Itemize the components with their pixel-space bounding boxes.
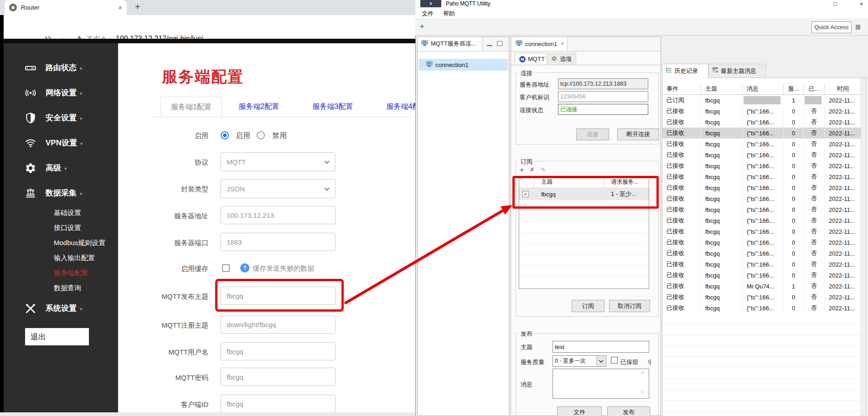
history-col-1[interactable]: 主题: [701, 83, 743, 94]
server-tab-4[interactable]: 服务端4配置: [370, 97, 415, 117]
publish-topic-input[interactable]: [220, 287, 336, 305]
menu-file[interactable]: 文件: [422, 10, 434, 18]
server-tab-3[interactable]: 服务端3配置: [296, 97, 370, 117]
maximize-icon[interactable]: □: [833, 0, 837, 7]
mqtt-password-input[interactable]: [220, 368, 336, 386]
new-tab-button[interactable]: +: [135, 2, 140, 12]
sidebar-item-vpn-settings[interactable]: VPN设置▾: [4, 130, 118, 155]
tab-mqtt[interactable]: M MQTT: [515, 53, 549, 65]
history-scrollbar[interactable]: [861, 78, 867, 416]
history-row-15[interactable]: 已接收fbcgq{"ts":166...0否2022-11...: [662, 248, 861, 259]
history-col-0[interactable]: 事件: [662, 83, 701, 94]
sidebar-item-interface-settings[interactable]: 接口设置: [4, 221, 118, 236]
tab-history[interactable]: 历史记录: [662, 64, 708, 78]
sidebar-item-advanced[interactable]: 高级▾: [4, 155, 118, 180]
history-row-18[interactable]: 已接收fbcgqMr.Qu74...1否2022-11...: [662, 281, 861, 292]
add-subscription-icon[interactable]: +: [520, 166, 524, 174]
retained-checkbox[interactable]: [611, 357, 618, 364]
perspective-icon[interactable]: ▦: [855, 23, 861, 30]
protocol-select[interactable]: MQTT: [220, 152, 336, 171]
connection-list-item[interactable]: connection1: [418, 59, 508, 71]
server-port-input[interactable]: [220, 233, 336, 251]
add-connection-icon[interactable]: +: [420, 22, 424, 31]
qos-select[interactable]: 0 - 至多一次: [553, 355, 606, 367]
subscription-table-header[interactable]: 主题 请求服务...: [519, 176, 649, 188]
publish-button[interactable]: 发布: [607, 406, 650, 416]
unsubscribe-button[interactable]: 取消订阅: [609, 300, 650, 312]
history-row-6[interactable]: 已接收fbcgq{"ts":166...0否2022-11...: [662, 149, 861, 160]
close-window-icon[interactable]: ×: [860, 0, 863, 7]
enable-off-radio[interactable]: [257, 131, 265, 139]
sidebar-item-modbus-rule-settings[interactable]: Modbus规则设置: [4, 236, 118, 251]
minimize-view-icon[interactable]: [487, 44, 492, 46]
history-row-13[interactable]: 已接收fbcgq{"ts":166...0否2022-11...: [662, 226, 861, 237]
browser-tab[interactable]: Router ×: [5, 0, 127, 15]
sidebar-item-network-settings[interactable]: 网络设置▾: [4, 80, 118, 105]
message-textarea[interactable]: [553, 369, 649, 399]
maximize-view-icon[interactable]: [497, 41, 502, 46]
sidebar-item-router-status[interactable]: 路由状态▾: [4, 55, 118, 80]
register-topic-input[interactable]: [220, 315, 336, 334]
server-tab-2[interactable]: 服务端2配置: [222, 97, 296, 117]
col-topic[interactable]: 主题: [535, 176, 604, 188]
broker-address-input[interactable]: tcp://100.173.12.213:1883: [558, 78, 648, 89]
sidebar-item-data-collection[interactable]: 数据采集▾: [4, 180, 118, 205]
delete-subscription-icon[interactable]: ✗: [530, 166, 535, 173]
history-row-17[interactable]: 已接收fbcgq{"ts":166...0否2022-11...: [662, 270, 861, 281]
close-tab-icon[interactable]: ×: [118, 4, 122, 11]
history-row-8[interactable]: 已接收fbcgq{"ts":166...0否2022-11...: [662, 171, 861, 182]
sidebar-item-security-settings[interactable]: 安全设置▾: [4, 105, 118, 130]
sidebar-item-data-query[interactable]: 数据查询: [4, 281, 118, 296]
quick-access-box[interactable]: Quick Access: [811, 21, 852, 33]
connections-view-tab[interactable]: MQTT服务器连...: [418, 37, 482, 51]
scroll-down-icon[interactable]: ˅: [641, 389, 644, 395]
sidebar-item-basic-settings[interactable]: 基础设置: [4, 205, 118, 221]
server-address-input[interactable]: [220, 206, 336, 224]
menu-help[interactable]: 帮助: [443, 10, 455, 18]
subscription-checkbox[interactable]: ✓: [522, 191, 529, 197]
mqtt-username-input[interactable]: [220, 342, 336, 360]
history-row-1[interactable]: 已订阅fbcgq12022-11...: [662, 95, 861, 106]
client-id-input[interactable]: [220, 395, 336, 413]
connect-button[interactable]: 连接: [576, 128, 609, 140]
help-icon[interactable]: ?: [240, 263, 249, 272]
history-row-5[interactable]: 已接收fbcgq{"ts":166...0否2022-11...: [662, 139, 861, 149]
history-row-12[interactable]: 已接收fbcgq{"ts":166...0否2022-11...: [662, 215, 861, 226]
scroll-up-icon[interactable]: ˄: [641, 370, 644, 375]
editor-tab-connection1[interactable]: connection1 ×: [512, 37, 568, 51]
file-button[interactable]: 文件: [557, 406, 602, 416]
history-row-14[interactable]: 已接收fbcgq{"ts":166...0否2022-11...: [662, 237, 861, 248]
subscribe-button[interactable]: 订阅: [572, 300, 604, 312]
history-row-16[interactable]: 已接收fbcgq{"ts":166...0否2022-11...: [662, 259, 861, 270]
close-editor-icon[interactable]: ×: [561, 41, 564, 47]
subscription-row[interactable]: ✓ fbcgq 1 - 至少...: [519, 188, 649, 200]
sidebar-item-logout[interactable]: 退出: [25, 328, 89, 345]
history-row-3[interactable]: 已接收fbcgq{"ts":166...0否2022-11...: [662, 117, 861, 128]
history-row-7[interactable]: 已接收fbcgq{"ts":166...0否2022-11...: [662, 160, 861, 171]
col-requested-qos[interactable]: 请求服务...: [604, 176, 649, 188]
history-col-5[interactable]: 时间: [825, 83, 861, 94]
publish-topic-input[interactable]: test: [553, 341, 649, 353]
history-row-2[interactable]: 已接收fbcgq{"ts":166...0否2022-11...: [662, 106, 861, 117]
history-row-9[interactable]: 已接收fbcgq{"ts":166...0否2022-11...: [662, 182, 861, 193]
disconnect-button[interactable]: 断开连接: [617, 128, 659, 140]
sidebar-item-server-config[interactable]: 服务端配置: [4, 266, 118, 281]
history-col-3[interactable]: 服...: [784, 83, 804, 94]
sidebar-item-system-settings[interactable]: 系统设置▾: [4, 296, 118, 321]
encapsulation-select[interactable]: JSON: [220, 179, 336, 198]
history-row-11[interactable]: 已接收fbcgq{"ts":166...0否2022-11...: [662, 204, 861, 215]
history-col-2[interactable]: 消息: [743, 83, 784, 94]
client-identifier-input[interactable]: 12345456: [558, 91, 648, 102]
history-row-4[interactable]: 已接收fbcgq{"ts":166...0否2022-11...: [662, 128, 861, 139]
edit-subscription-icon[interactable]: ✎: [541, 166, 546, 173]
history-col-4[interactable]: 已...: [804, 83, 825, 94]
history-row-10[interactable]: 已接收fbcgq{"ts":166...0否2022-11...: [662, 193, 861, 204]
history-row-20[interactable]: 已接收fbcgq{"ts":166...0否2022-11...: [662, 303, 861, 313]
sidebar-item-io-config[interactable]: 输入输出配置: [4, 251, 118, 266]
server-tab-1[interactable]: 服务端1配置: [160, 97, 222, 117]
history-row-19[interactable]: 已接收fbcgq{"ts":166...0否2022-11...: [662, 292, 861, 303]
tab-options[interactable]: 选项: [547, 53, 576, 65]
enable-on-radio[interactable]: [221, 131, 229, 139]
enable-cache-checkbox[interactable]: [222, 264, 230, 272]
tab-latest-messages[interactable]: 最新主题消息: [708, 64, 766, 78]
